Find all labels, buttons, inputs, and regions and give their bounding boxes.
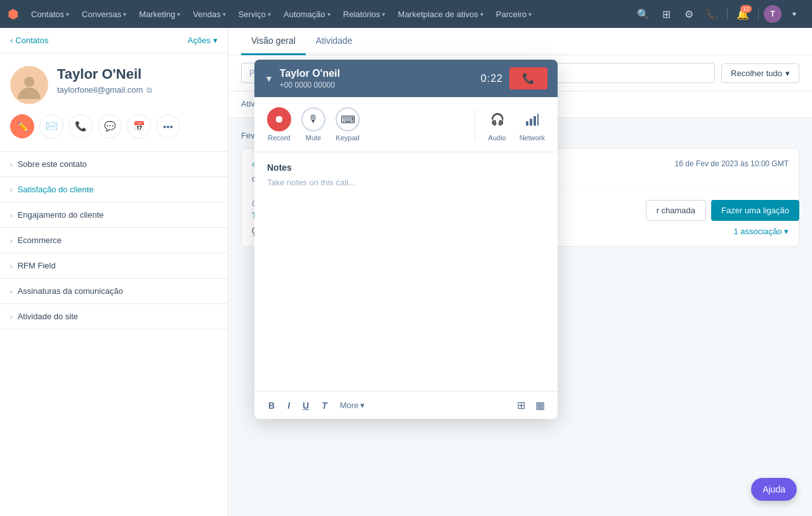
- chevron-down-icon: ▾: [784, 227, 789, 236]
- tab-visao-geral[interactable]: Visão geral: [241, 28, 306, 55]
- chevron-down-icon: ▾: [123, 11, 126, 18]
- call-control-group-left: ⏺ Record 🎙 Mute ⌨ Keypad: [267, 107, 464, 142]
- settings-button[interactable]: ⚙: [679, 4, 699, 24]
- record-icon: ⏺: [267, 107, 291, 131]
- more-formatting-button[interactable]: More ▾: [336, 398, 369, 413]
- fazer-ligacao-button[interactable]: Fazer uma ligação: [711, 200, 799, 221]
- nav-divider: [727, 8, 728, 20]
- chevron-down-icon: ▾: [528, 11, 532, 18]
- user-avatar[interactable]: T: [764, 5, 782, 23]
- user-menu-chevron[interactable]: ▾: [784, 4, 804, 24]
- audio-label: Audio: [488, 134, 506, 142]
- copy-icon[interactable]: ⧉: [147, 86, 152, 95]
- search-button[interactable]: 🔍: [633, 4, 653, 24]
- email-button[interactable]: ✉️: [39, 114, 63, 138]
- section-engajamento-header[interactable]: › Engajamento do cliente: [0, 202, 228, 227]
- nav-automacao[interactable]: Automação ▾: [278, 7, 336, 22]
- section-atividade-header[interactable]: › Atividade do site: [0, 304, 228, 329]
- underline-button[interactable]: U: [299, 398, 313, 413]
- table-button[interactable]: ▦: [533, 397, 547, 414]
- chevron-down-icon: ▾: [382, 11, 385, 18]
- call-contact-name: Taylor O'neil: [280, 68, 475, 79]
- svg-rect-5: [537, 114, 539, 126]
- section-rfm: › RFM Field: [0, 253, 228, 279]
- message-button[interactable]: 💬: [98, 114, 122, 138]
- nav-relatorios[interactable]: Relatórios ▾: [338, 7, 391, 22]
- call-contact-number: +00 0000 00000: [280, 81, 475, 89]
- nav-marketplace[interactable]: Marketplace de ativos ▾: [393, 7, 488, 22]
- link-button[interactable]: ⊞: [514, 397, 528, 414]
- call-button[interactable]: 📞: [69, 114, 93, 138]
- call-controls: ⏺ Record 🎙 Mute ⌨ Keypad 🎧 Audio: [254, 97, 558, 152]
- svg-point-1: [24, 77, 34, 87]
- ajuda-button[interactable]: Ajuda: [751, 478, 797, 501]
- phone-button[interactable]: 📞: [702, 4, 722, 24]
- chevron-down-icon: ▾: [66, 11, 69, 18]
- section-satisfacao-header[interactable]: › Satisfação do cliente: [0, 177, 228, 202]
- notes-input[interactable]: Take notes on this call...: [267, 178, 545, 381]
- contact-top: Taylor O'Neil taylorfoneil@gmail.com ⧉: [10, 66, 218, 104]
- svg-rect-4: [534, 116, 536, 126]
- schedule-button[interactable]: 📅: [127, 114, 151, 138]
- toolbar-right-icons: ⊞ ▦: [514, 397, 547, 414]
- nav-divider-2: [758, 8, 759, 20]
- top-navigation: ⬢ Contatos ▾ Conversas ▾ Marketing ▾ Ven…: [0, 0, 812, 28]
- minimize-icon[interactable]: ▼: [265, 74, 273, 84]
- section-sobre-header[interactable]: › Sobre este contato: [0, 152, 228, 176]
- nav-marketing[interactable]: Marketing ▾: [134, 7, 185, 22]
- nav-vendas[interactable]: Vendas ▾: [188, 7, 230, 22]
- bold-button[interactable]: B: [265, 398, 278, 413]
- network-button[interactable]: Network: [520, 107, 545, 142]
- nav-conversas[interactable]: Conversas ▾: [77, 7, 131, 22]
- association-link[interactable]: 1 associação ▾: [733, 227, 789, 236]
- chevron-right-icon: ›: [10, 161, 13, 168]
- tab-atividade[interactable]: Atividade: [306, 28, 363, 55]
- chevron-down-icon: ▾: [177, 11, 180, 18]
- chevron-right-icon: ›: [10, 262, 13, 270]
- chevron-down-icon: ▾: [223, 11, 226, 18]
- contact-email: taylorfoneil@gmail.com ⧉: [57, 85, 218, 95]
- record-button[interactable]: ⏺ Record: [267, 107, 291, 142]
- section-ecommerce: › Ecommerce: [0, 228, 228, 253]
- keypad-button[interactable]: ⌨ Keypad: [336, 107, 360, 142]
- section-assinaturas: › Assinaturas da comunicação: [0, 279, 228, 304]
- audio-button[interactable]: 🎧 Audio: [485, 107, 509, 142]
- section-ecommerce-header[interactable]: › Ecommerce: [0, 228, 228, 253]
- chevron-right-icon: ›: [10, 211, 13, 219]
- section-satisfacao: › Satisfação do cliente: [0, 177, 228, 202]
- chevron-right-icon: ›: [10, 288, 13, 295]
- section-assinaturas-header[interactable]: › Assinaturas da comunicação: [0, 279, 228, 303]
- notes-title: Notes: [267, 162, 545, 173]
- nav-parceiro[interactable]: Parceiro ▾: [491, 7, 537, 22]
- end-call-button[interactable]: 📞: [509, 67, 547, 89]
- mute-button[interactable]: 🎙 Mute: [301, 107, 325, 142]
- call-timer: 0:22: [481, 73, 503, 84]
- notifications-button[interactable]: 🔔 12: [733, 4, 753, 24]
- nav-contatos[interactable]: Contatos ▾: [26, 7, 74, 22]
- chevron-down-icon: ▾: [360, 400, 365, 410]
- section-rfm-header[interactable]: › RFM Field: [0, 253, 228, 278]
- strikethrough-button[interactable]: T: [318, 398, 331, 413]
- chevron-down-icon: ▾: [785, 69, 790, 78]
- mute-label: Mute: [306, 134, 321, 142]
- keypad-icon: ⌨: [336, 107, 360, 131]
- call-notes: Notes Take notes on this call...: [254, 152, 558, 391]
- recolher-tudo-button[interactable]: Recolher tudo ▾: [721, 63, 799, 83]
- section-sobre: › Sobre este contato: [0, 152, 228, 177]
- hubspot-logo[interactable]: ⬢: [8, 6, 18, 22]
- nav-servico[interactable]: Serviço ▾: [233, 7, 276, 22]
- edit-button[interactable]: ✏️: [10, 114, 34, 138]
- italic-button[interactable]: I: [284, 398, 294, 413]
- marketplace-button[interactable]: ⊞: [656, 4, 676, 24]
- cancel-call-button[interactable]: r chamada: [646, 200, 706, 221]
- svg-rect-2: [526, 121, 528, 126]
- chevron-down-icon: ▾: [327, 11, 331, 18]
- chevron-right-icon: ›: [10, 237, 13, 244]
- acoes-button[interactable]: Ações ▾: [188, 36, 218, 45]
- sidebar-header: ‹ Contatos Ações ▾: [0, 28, 228, 53]
- section-atividade: › Atividade do site: [0, 304, 228, 329]
- call-control-group-right: 🎧 Audio Network: [485, 107, 545, 142]
- more-actions-button[interactable]: •••: [156, 114, 180, 138]
- chevron-right-icon: ›: [10, 313, 13, 321]
- breadcrumb[interactable]: ‹ Contatos: [10, 36, 48, 45]
